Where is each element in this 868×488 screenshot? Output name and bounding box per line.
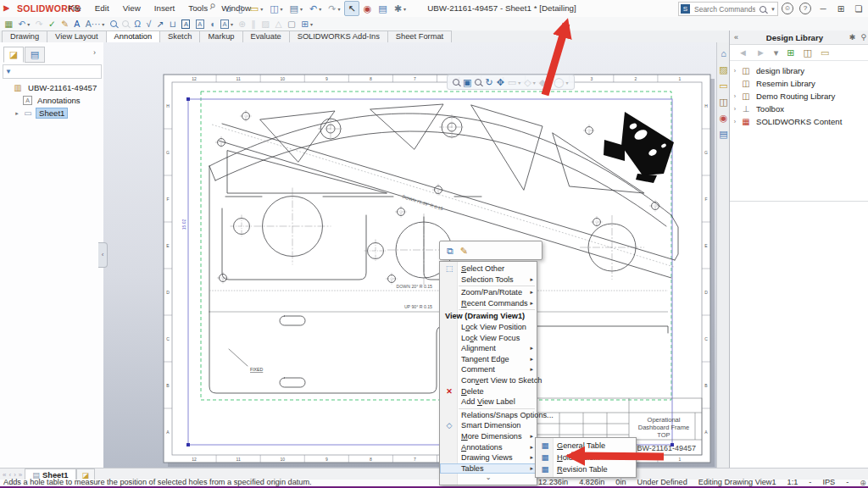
zoom-in-out-icon[interactable] — [475, 79, 481, 86]
login-icon[interactable]: ☺ — [782, 3, 793, 14]
library-item-solidworks-content[interactable]: ›▦SOLIDWORKS Content — [732, 115, 867, 128]
tables-icon[interactable]: ⊞▾ — [298, 18, 315, 30]
menu-item-delete[interactable]: ✕Delete — [440, 386, 537, 397]
tab-sheet-format[interactable]: Sheet Format — [387, 30, 452, 42]
tab-markup[interactable]: Markup — [199, 30, 242, 42]
submenu-item-hole-table[interactable]: ▦Hole Table... — [536, 452, 636, 463]
pan-icon[interactable]: ✥ — [497, 76, 504, 88]
help-icon[interactable]: ? — [799, 3, 811, 14]
rotate-view-icon[interactable]: ↻ — [485, 76, 492, 88]
surface-finish-icon[interactable]: Ω — [131, 18, 143, 30]
menu-insert[interactable]: Insert — [147, 0, 182, 17]
add-to-library-icon[interactable]: ⊞ — [787, 47, 794, 58]
expand-arrow-icon[interactable]: › — [732, 68, 738, 74]
graphics-area[interactable]: 121211111010998877665544332211HHGGFFEEDD… — [103, 42, 716, 468]
new-document-icon[interactable]: ▯ — [236, 2, 246, 15]
menu-item-more-dimensions[interactable]: More Dimensions▸ — [440, 431, 537, 442]
lock-sheet-focus-icon[interactable]: ⧉ — [447, 245, 453, 257]
tree-item-root[interactable]: ▥UBW-21161-49457 — [2, 81, 102, 94]
collapse-pane-icon[interactable]: « — [730, 33, 743, 42]
caret-icon[interactable]: ▾ — [310, 21, 313, 27]
dropdown-icon[interactable]: ▾ — [774, 47, 779, 58]
menu-item-lock-view-position[interactable]: Lock View Position — [440, 322, 537, 333]
menu-item-selection-tools[interactable]: Selection Tools▸ — [440, 274, 537, 286]
appearances-icon[interactable]: ◉ — [720, 112, 728, 124]
note-icon[interactable]: A — [71, 18, 82, 30]
centerline-icon[interactable]: ∥ — [248, 18, 259, 30]
menu-item-tangent-edge[interactable]: Tangent Edge▸ — [440, 354, 537, 365]
menu-edit[interactable]: Edit — [88, 0, 116, 17]
menu-item-add-view-label[interactable]: Add View Label — [440, 396, 537, 408]
weld-symbol-icon[interactable]: √ — [143, 18, 153, 30]
tab-evaluate[interactable]: Evaluate — [242, 30, 290, 42]
caret-icon[interactable]: ▾ — [548, 80, 550, 86]
tab-sketch[interactable]: Sketch — [159, 30, 200, 42]
print-icon[interactable]: ▤▾ — [287, 2, 305, 15]
file-explorer-icon[interactable]: ▭ — [719, 80, 727, 92]
expand-arrow-icon[interactable]: ▸ — [14, 110, 20, 117]
menu-item-comment[interactable]: Comment▸ — [440, 364, 537, 375]
create-new-folder-icon[interactable]: ▭ — [821, 47, 829, 58]
caret-icon[interactable]: ▾ — [533, 80, 536, 86]
caret-icon[interactable]: ▾ — [337, 6, 340, 12]
menu-item-select-other[interactable]: ⬚Select Other — [440, 263, 537, 274]
drawing-sheet[interactable]: 121211111010998877665544332211HHGGFFEEDD… — [103, 42, 716, 468]
menu-item-alignment[interactable]: Alignment▸ — [440, 343, 537, 354]
tree-item-sheet1[interactable]: ▸▭Sheet1 — [2, 107, 102, 119]
menu-item-lock-view-focus[interactable]: Lock View Focus — [440, 333, 537, 344]
revision-cloud-icon[interactable]: ▢ — [285, 18, 298, 30]
zoom-to-area-icon[interactable]: ▣ — [463, 76, 471, 88]
menu-item-zoom-pan-rotate[interactable]: Zoom/Pan/Rotate▸ — [440, 287, 537, 298]
geometric-tolerance-icon[interactable]: ↗ — [153, 18, 166, 30]
back-icon[interactable]: ◄ — [738, 47, 748, 58]
tree-filter-box[interactable]: ▼ — [3, 64, 102, 79]
caret-icon[interactable]: ▾ — [260, 6, 263, 12]
caret-icon[interactable]: ▾ — [231, 21, 233, 27]
menu-item-drawing-views[interactable]: Drawing Views▸ — [440, 452, 537, 463]
caret-icon[interactable]: ▾ — [281, 6, 283, 12]
menu-item-convert-view-to-sketch[interactable]: Convert View to Sketch — [440, 375, 537, 386]
custom-properties-icon[interactable]: ▤ — [719, 128, 727, 140]
pin-icon[interactable]: ⚲ — [858, 33, 868, 42]
home-icon[interactable]: ⌂ — [721, 47, 726, 59]
tab-drawing[interactable]: Drawing — [2, 30, 47, 42]
caret-icon[interactable]: ▾ — [102, 21, 104, 27]
property-manager-tab[interactable]: ▤ — [25, 47, 45, 63]
menu-view[interactable]: View — [116, 0, 147, 17]
menu-expand-chevron[interactable]: ⌄ — [440, 474, 537, 483]
view-corner-handle[interactable] — [186, 97, 190, 101]
layout-button[interactable]: ⊞ — [835, 4, 847, 14]
expand-arrow-icon[interactable]: › — [732, 106, 738, 112]
search-commands-box[interactable]: S ▼ — [678, 2, 778, 16]
menu-item-annotations[interactable]: Annotations▸ — [440, 442, 537, 453]
caret-icon[interactable]: ▾ — [566, 80, 569, 86]
search-icon[interactable] — [760, 6, 766, 13]
menu-item-recent-commands[interactable]: Recent Commands▸ — [440, 298, 537, 309]
menu-item-relations-snaps-options[interactable]: Relations/Snaps Options... — [440, 410, 537, 421]
format-painter-icon[interactable]: ✎ — [460, 245, 468, 257]
tab-annotation[interactable]: Annotation — [106, 30, 160, 42]
home-icon[interactable]: ⌂ — [223, 2, 234, 15]
view-orientation-icon[interactable]: ◇▾ — [524, 76, 535, 88]
expand-arrow-icon[interactable]: › — [732, 119, 738, 125]
minimize-button[interactable]: ─ — [817, 4, 829, 14]
tab-view-layout[interactable]: View Layout — [47, 30, 106, 42]
caret-icon[interactable]: ▾ — [319, 6, 321, 12]
search-caret-icon[interactable]: ▼ — [771, 7, 776, 12]
linear-note-pattern-icon[interactable]: A⋯▾ — [82, 18, 107, 30]
tab-solidworks-add-ins[interactable]: SOLIDWORKS Add-Ins — [289, 30, 388, 42]
restore-button[interactable]: ❏ — [853, 4, 865, 14]
display-style-icon[interactable]: ◆▾ — [539, 76, 550, 88]
menu-item-smart-dimension[interactable]: ◇Smart Dimension — [440, 420, 537, 431]
search-input[interactable] — [693, 4, 757, 14]
view-palette-icon[interactable]: ▨ — [719, 64, 727, 75]
library-item-toolbox[interactable]: ›⊥Toolbox — [732, 103, 867, 115]
model-items-icon[interactable]: ▦ — [2, 18, 15, 30]
open-icon[interactable]: ▭▾ — [248, 2, 265, 15]
section-view-icon[interactable]: ▭▾ — [508, 76, 520, 88]
library-item-demo-routing-library[interactable]: ›◫Demo Routing Library — [732, 90, 867, 103]
library-item-resemin-library[interactable]: ◫Resemin Library — [732, 77, 867, 90]
revision-symbol-icon[interactable]: A▾ — [218, 18, 236, 30]
datum-feature-icon[interactable]: ⊔ — [167, 18, 180, 30]
datum-target-icon[interactable]: A — [179, 18, 192, 30]
